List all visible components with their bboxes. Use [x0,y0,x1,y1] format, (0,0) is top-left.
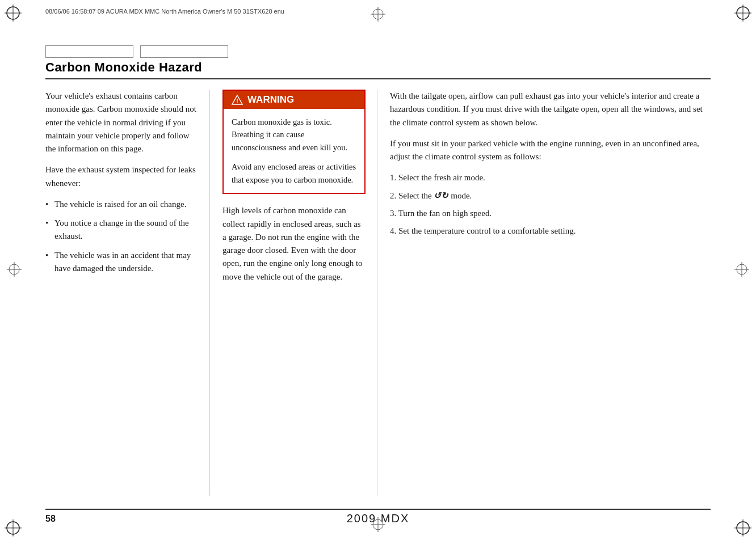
right-para-1: With the tailgate open, airflow can pull… [390,90,711,129]
warning-box: ! WARNING Carbon monoxide gas is toxic. … [222,90,366,194]
svg-text:!: ! [236,98,238,104]
middle-column: ! WARNING Carbon monoxide gas is toxic. … [210,90,377,496]
warning-triangle-icon: ! [232,95,243,105]
title-underline [45,78,711,79]
list-item-1: The vehicle is raised for an oil change. [45,198,198,211]
warning-label: WARNING [247,94,294,105]
steps-list: 1. Select the fresh air mode. 2. Select … [390,171,711,238]
left-column: Your vehicle's exhaust contains carbon m… [45,90,210,496]
crosshair-right [734,262,749,279]
middle-paragraph: High levels of carbon monoxide can colle… [222,204,366,284]
page-title: Carbon Monoxide Hazard [45,60,711,75]
right-para-2: If you must sit in your parked vehicle w… [390,137,711,164]
main-content: Your vehicle's exhaust contains carbon m… [45,90,711,496]
subheading-paragraph: Have the exhaust system inspected for le… [45,163,198,190]
corner-mark-tr [734,5,751,22]
crosshair-left [7,262,22,279]
step-1: 1. Select the fresh air mode. [390,171,711,184]
warning-para-2: Avoid any enclosed areas or activities t… [232,160,356,186]
page-container: 08/06/06 16:58:07 09 ACURA MDX MMC North… [0,0,756,541]
footer-line [45,509,711,510]
list-item-2: You notice a change in the sound of the … [45,217,198,243]
corner-mark-tl [5,5,22,22]
corner-mark-bl [5,519,22,536]
header-meta: 08/06/06 16:58:07 09 ACURA MDX MMC North… [45,8,711,15]
step-4: 4. Set the temperature control to a comf… [390,225,711,238]
tab-box-1 [45,45,133,58]
list-item-3: The vehicle was in an accident that may … [45,249,198,276]
middle-body-text: High levels of carbon monoxide can colle… [222,204,366,284]
right-column: With the tailgate open, airflow can pull… [377,90,711,496]
warning-para-1: Carbon monoxide gas is toxic. Breathing … [232,116,356,154]
bullet-list: The vehicle is raised for an oil change.… [45,198,198,275]
tab-boxes [45,45,228,58]
step-2: 2. Select the ↺↻ mode. [390,189,711,202]
intro-paragraph: Your vehicle's exhaust contains carbon m… [45,90,198,155]
header-meta-text: 08/06/06 16:58:07 09 ACURA MDX MMC North… [45,8,284,15]
warning-body: Carbon monoxide gas is toxic. Breathing … [224,109,364,193]
step-3: 3. Turn the fan on high speed. [390,207,711,220]
recirc-icon: ↺↻ [434,191,448,200]
footer-title: 2009 MDX [347,512,410,525]
tab-box-2 [140,45,228,58]
warning-header: ! WARNING [224,91,364,109]
footer: 58 2009 MDX [45,512,711,525]
corner-mark-br [734,519,751,536]
page-title-section: Carbon Monoxide Hazard [45,60,711,79]
page-number: 58 [45,514,56,524]
